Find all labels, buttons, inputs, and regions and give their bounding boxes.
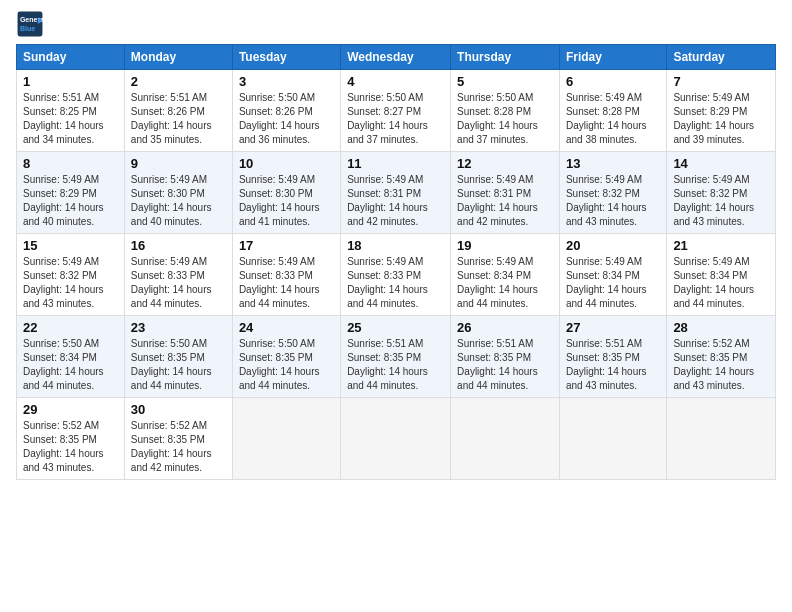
day-number: 17 — [239, 238, 334, 253]
calendar-cell: 3Sunrise: 5:50 AMSunset: 8:26 PMDaylight… — [232, 70, 340, 152]
day-info: Sunrise: 5:49 AMSunset: 8:34 PMDaylight:… — [457, 255, 553, 311]
day-number: 29 — [23, 402, 118, 417]
col-header-friday: Friday — [559, 45, 666, 70]
calendar-cell: 11Sunrise: 5:49 AMSunset: 8:31 PMDayligh… — [341, 152, 451, 234]
day-info: Sunrise: 5:49 AMSunset: 8:33 PMDaylight:… — [131, 255, 226, 311]
calendar-cell: 28Sunrise: 5:52 AMSunset: 8:35 PMDayligh… — [667, 316, 776, 398]
day-info: Sunrise: 5:49 AMSunset: 8:33 PMDaylight:… — [239, 255, 334, 311]
day-number: 10 — [239, 156, 334, 171]
calendar-cell: 17Sunrise: 5:49 AMSunset: 8:33 PMDayligh… — [232, 234, 340, 316]
calendar-cell: 6Sunrise: 5:49 AMSunset: 8:28 PMDaylight… — [559, 70, 666, 152]
calendar-cell: 25Sunrise: 5:51 AMSunset: 8:35 PMDayligh… — [341, 316, 451, 398]
calendar-week-row: 1Sunrise: 5:51 AMSunset: 8:25 PMDaylight… — [17, 70, 776, 152]
day-info: Sunrise: 5:49 AMSunset: 8:31 PMDaylight:… — [347, 173, 444, 229]
calendar-week-row: 22Sunrise: 5:50 AMSunset: 8:34 PMDayligh… — [17, 316, 776, 398]
day-number: 26 — [457, 320, 553, 335]
day-info: Sunrise: 5:50 AMSunset: 8:26 PMDaylight:… — [239, 91, 334, 147]
day-info: Sunrise: 5:51 AMSunset: 8:35 PMDaylight:… — [457, 337, 553, 393]
day-number: 11 — [347, 156, 444, 171]
day-number: 19 — [457, 238, 553, 253]
calendar-cell: 18Sunrise: 5:49 AMSunset: 8:33 PMDayligh… — [341, 234, 451, 316]
day-info: Sunrise: 5:51 AMSunset: 8:25 PMDaylight:… — [23, 91, 118, 147]
calendar-cell — [559, 398, 666, 480]
day-info: Sunrise: 5:52 AMSunset: 8:35 PMDaylight:… — [131, 419, 226, 475]
day-number: 24 — [239, 320, 334, 335]
day-number: 15 — [23, 238, 118, 253]
calendar-cell: 24Sunrise: 5:50 AMSunset: 8:35 PMDayligh… — [232, 316, 340, 398]
day-number: 27 — [566, 320, 660, 335]
day-info: Sunrise: 5:50 AMSunset: 8:35 PMDaylight:… — [131, 337, 226, 393]
day-number: 25 — [347, 320, 444, 335]
day-info: Sunrise: 5:49 AMSunset: 8:30 PMDaylight:… — [131, 173, 226, 229]
calendar-header-row: SundayMondayTuesdayWednesdayThursdayFrid… — [17, 45, 776, 70]
calendar-cell: 8Sunrise: 5:49 AMSunset: 8:29 PMDaylight… — [17, 152, 125, 234]
calendar-week-row: 8Sunrise: 5:49 AMSunset: 8:29 PMDaylight… — [17, 152, 776, 234]
day-number: 3 — [239, 74, 334, 89]
col-header-monday: Monday — [124, 45, 232, 70]
calendar-cell: 15Sunrise: 5:49 AMSunset: 8:32 PMDayligh… — [17, 234, 125, 316]
logo-icon: General Blue — [16, 10, 44, 38]
day-info: Sunrise: 5:51 AMSunset: 8:35 PMDaylight:… — [347, 337, 444, 393]
day-info: Sunrise: 5:50 AMSunset: 8:35 PMDaylight:… — [239, 337, 334, 393]
day-info: Sunrise: 5:52 AMSunset: 8:35 PMDaylight:… — [673, 337, 769, 393]
calendar-cell — [341, 398, 451, 480]
day-number: 7 — [673, 74, 769, 89]
day-info: Sunrise: 5:49 AMSunset: 8:33 PMDaylight:… — [347, 255, 444, 311]
day-number: 6 — [566, 74, 660, 89]
calendar-cell: 26Sunrise: 5:51 AMSunset: 8:35 PMDayligh… — [451, 316, 560, 398]
calendar-cell: 14Sunrise: 5:49 AMSunset: 8:32 PMDayligh… — [667, 152, 776, 234]
day-number: 21 — [673, 238, 769, 253]
calendar-cell: 29Sunrise: 5:52 AMSunset: 8:35 PMDayligh… — [17, 398, 125, 480]
day-info: Sunrise: 5:52 AMSunset: 8:35 PMDaylight:… — [23, 419, 118, 475]
calendar-cell: 7Sunrise: 5:49 AMSunset: 8:29 PMDaylight… — [667, 70, 776, 152]
calendar-cell: 19Sunrise: 5:49 AMSunset: 8:34 PMDayligh… — [451, 234, 560, 316]
day-info: Sunrise: 5:49 AMSunset: 8:34 PMDaylight:… — [673, 255, 769, 311]
day-info: Sunrise: 5:49 AMSunset: 8:31 PMDaylight:… — [457, 173, 553, 229]
day-info: Sunrise: 5:49 AMSunset: 8:32 PMDaylight:… — [673, 173, 769, 229]
day-number: 12 — [457, 156, 553, 171]
day-number: 16 — [131, 238, 226, 253]
calendar-cell: 4Sunrise: 5:50 AMSunset: 8:27 PMDaylight… — [341, 70, 451, 152]
day-number: 8 — [23, 156, 118, 171]
day-number: 30 — [131, 402, 226, 417]
col-header-sunday: Sunday — [17, 45, 125, 70]
svg-rect-0 — [18, 12, 43, 37]
calendar-cell: 5Sunrise: 5:50 AMSunset: 8:28 PMDaylight… — [451, 70, 560, 152]
calendar-cell: 20Sunrise: 5:49 AMSunset: 8:34 PMDayligh… — [559, 234, 666, 316]
day-number: 14 — [673, 156, 769, 171]
calendar-cell: 12Sunrise: 5:49 AMSunset: 8:31 PMDayligh… — [451, 152, 560, 234]
day-number: 5 — [457, 74, 553, 89]
day-info: Sunrise: 5:49 AMSunset: 8:34 PMDaylight:… — [566, 255, 660, 311]
col-header-wednesday: Wednesday — [341, 45, 451, 70]
day-info: Sunrise: 5:50 AMSunset: 8:27 PMDaylight:… — [347, 91, 444, 147]
col-header-saturday: Saturday — [667, 45, 776, 70]
day-number: 28 — [673, 320, 769, 335]
calendar-cell: 2Sunrise: 5:51 AMSunset: 8:26 PMDaylight… — [124, 70, 232, 152]
day-number: 13 — [566, 156, 660, 171]
day-info: Sunrise: 5:49 AMSunset: 8:28 PMDaylight:… — [566, 91, 660, 147]
calendar-table: SundayMondayTuesdayWednesdayThursdayFrid… — [16, 44, 776, 480]
calendar-week-row: 15Sunrise: 5:49 AMSunset: 8:32 PMDayligh… — [17, 234, 776, 316]
col-header-tuesday: Tuesday — [232, 45, 340, 70]
col-header-thursday: Thursday — [451, 45, 560, 70]
calendar-cell: 30Sunrise: 5:52 AMSunset: 8:35 PMDayligh… — [124, 398, 232, 480]
day-info: Sunrise: 5:49 AMSunset: 8:29 PMDaylight:… — [673, 91, 769, 147]
day-number: 9 — [131, 156, 226, 171]
calendar-cell: 22Sunrise: 5:50 AMSunset: 8:34 PMDayligh… — [17, 316, 125, 398]
header: General Blue — [16, 10, 776, 38]
calendar-cell: 27Sunrise: 5:51 AMSunset: 8:35 PMDayligh… — [559, 316, 666, 398]
day-info: Sunrise: 5:49 AMSunset: 8:29 PMDaylight:… — [23, 173, 118, 229]
day-number: 20 — [566, 238, 660, 253]
day-info: Sunrise: 5:51 AMSunset: 8:26 PMDaylight:… — [131, 91, 226, 147]
day-info: Sunrise: 5:51 AMSunset: 8:35 PMDaylight:… — [566, 337, 660, 393]
day-info: Sunrise: 5:49 AMSunset: 8:30 PMDaylight:… — [239, 173, 334, 229]
day-info: Sunrise: 5:50 AMSunset: 8:28 PMDaylight:… — [457, 91, 553, 147]
calendar-cell: 1Sunrise: 5:51 AMSunset: 8:25 PMDaylight… — [17, 70, 125, 152]
day-number: 22 — [23, 320, 118, 335]
day-number: 2 — [131, 74, 226, 89]
day-number: 18 — [347, 238, 444, 253]
logo: General Blue — [16, 10, 44, 38]
svg-text:Blue: Blue — [20, 25, 35, 32]
calendar-cell: 16Sunrise: 5:49 AMSunset: 8:33 PMDayligh… — [124, 234, 232, 316]
calendar-week-row: 29Sunrise: 5:52 AMSunset: 8:35 PMDayligh… — [17, 398, 776, 480]
